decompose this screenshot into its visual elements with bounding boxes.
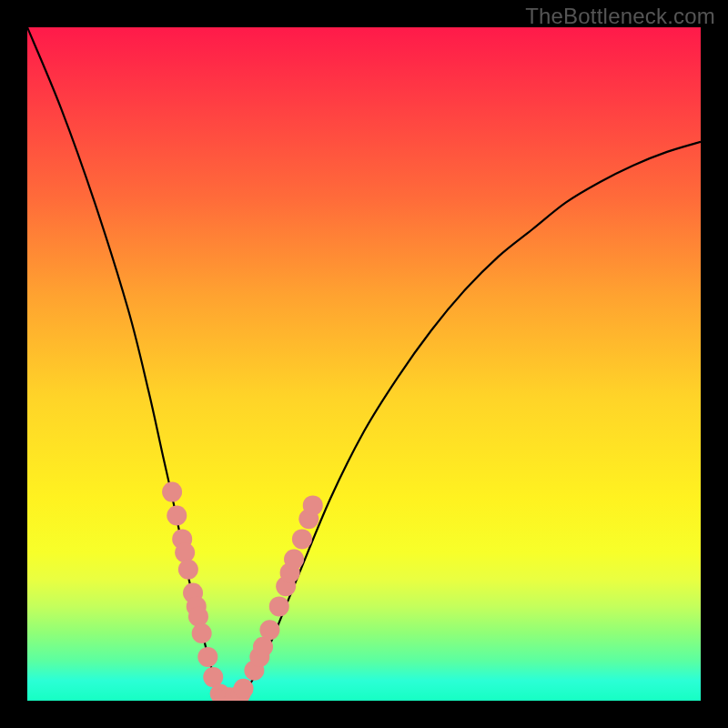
data-marker <box>192 623 212 643</box>
bottleneck-chart <box>27 27 701 701</box>
data-marker <box>197 647 217 667</box>
data-marker <box>175 542 195 562</box>
data-marker <box>234 679 254 699</box>
data-markers <box>162 482 323 701</box>
data-marker <box>303 495 323 515</box>
data-marker <box>292 529 312 549</box>
data-marker <box>178 560 198 580</box>
chart-frame: TheBottleneck.com <box>0 0 728 728</box>
data-marker <box>259 620 279 640</box>
data-marker <box>188 607 208 627</box>
watermark-label: TheBottleneck.com <box>525 4 715 29</box>
plot-area <box>27 27 701 701</box>
data-marker <box>162 482 182 502</box>
data-marker <box>167 506 187 526</box>
data-marker <box>269 596 289 616</box>
bottleneck-curve <box>27 27 701 701</box>
data-marker <box>284 550 304 570</box>
